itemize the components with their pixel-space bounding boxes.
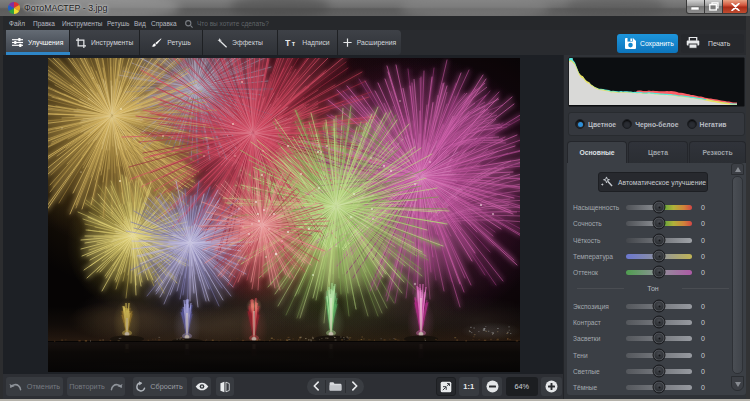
svg-text:T: T — [285, 38, 291, 47]
svg-text:т: т — [292, 41, 296, 48]
